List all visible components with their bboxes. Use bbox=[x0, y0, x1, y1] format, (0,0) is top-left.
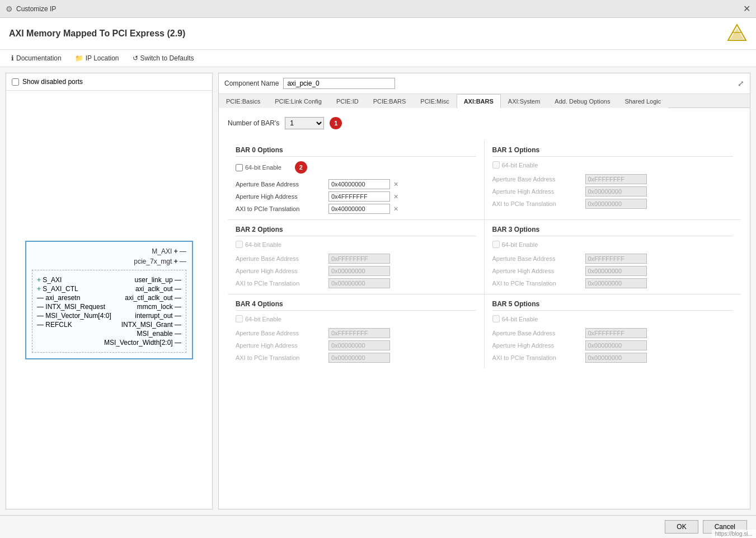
port-row-msi-vector-num: — MSI_Vector_Num[4:0] interrupt_out — bbox=[37, 312, 181, 320]
left-panel-header: Show disabled ports bbox=[6, 73, 212, 91]
tab-pcie-id[interactable]: PCIE:ID bbox=[329, 94, 366, 108]
bar-2-aperture-base-input bbox=[328, 254, 390, 264]
bar-2-title: BAR 2 Options bbox=[236, 226, 476, 236]
bar-0-axi-pcie-row: AXI to PCIe Translation ✕ bbox=[236, 204, 476, 214]
badge-1: 1 bbox=[330, 117, 342, 129]
show-disabled-ports-label[interactable]: Show disabled ports bbox=[12, 78, 206, 86]
port-axi-aclk-out: axi_aclk_out — bbox=[135, 285, 181, 293]
bar-4-64bit-label: 64-bit Enable bbox=[245, 316, 281, 322]
bar-2-aperture-base-row: Aperture Base Address bbox=[236, 254, 476, 264]
documentation-button[interactable]: ℹ Documentation bbox=[9, 53, 64, 63]
bar-2-axi-pcie-input bbox=[328, 278, 390, 288]
port-intx-msi-grant: INTX_MSI_Grant — bbox=[121, 321, 181, 329]
bar-1-64bit-checkbox bbox=[492, 161, 500, 169]
bar-3-fields: 64-bit Enable Aperture Base Address Aper… bbox=[492, 241, 734, 288]
close-button[interactable]: ✕ bbox=[743, 3, 750, 14]
bar-0-aperture-high-clear[interactable]: ✕ bbox=[393, 193, 398, 200]
tab-axi-bars[interactable]: AXI:BARS bbox=[457, 94, 501, 108]
component-box: M_AXI + — pcie_7x_mgt + — + S_AXI user_l… bbox=[25, 241, 193, 359]
title-bar: ⚙ Customize IP ✕ bbox=[0, 0, 756, 18]
port-m-axi: M_AXI + — bbox=[152, 247, 186, 255]
content-area: Show disabled ports M_AXI + — pcie_7x_mg… bbox=[0, 67, 756, 515]
tab-pcie-link-config[interactable]: PCIE:Link Config bbox=[267, 94, 329, 108]
bar-4-axi-pcie-row: AXI to PCIe Translation bbox=[236, 353, 476, 363]
bar-0-axi-pcie-input[interactable] bbox=[328, 204, 390, 214]
bar-3-section: BAR 3 Options 64-bit Enable Aperture Bas… bbox=[485, 219, 741, 294]
port-msi-vector-num: — MSI_Vector_Num[4:0] bbox=[37, 312, 111, 320]
bar-0-aperture-high-input[interactable] bbox=[328, 191, 390, 202]
bar-3-64bit-label: 64-bit Enable bbox=[502, 241, 538, 248]
tab-add-debug-options[interactable]: Add. Debug Options bbox=[547, 94, 617, 108]
badge-2: 2 bbox=[295, 161, 307, 174]
bar-0-axi-pcie-clear[interactable]: ✕ bbox=[393, 205, 398, 213]
bar-2-axi-pcie-row: AXI to PCIe Translation bbox=[236, 278, 476, 288]
title-bar-left: ⚙ Customize IP bbox=[6, 4, 56, 13]
bar-1-axi-pcie-input bbox=[585, 199, 647, 209]
bar-5-aperture-high-row: Aperture High Address bbox=[492, 340, 734, 350]
tab-pcie-bars[interactable]: PCIE:BARS bbox=[366, 94, 414, 108]
ip-location-button[interactable]: 📁 IP Location bbox=[73, 53, 121, 63]
bar-5-64bit-row: 64-bit Enable bbox=[492, 315, 734, 322]
port-axi-aresetn: — axi_aresetn bbox=[37, 294, 80, 302]
port-pcie-7x-mgt: pcie_7x_mgt + — bbox=[134, 258, 186, 265]
expand-button[interactable]: ⤢ bbox=[738, 79, 744, 88]
tab-shared-logic[interactable]: Shared Logic bbox=[617, 94, 668, 108]
num-bars-row: Number of BAR's 123456 1 bbox=[228, 117, 741, 129]
port-row-intx: — INTX_MSI_Request mmcm_lock — bbox=[37, 303, 181, 311]
bar-0-aperture-high-row: Aperture High Address ✕ bbox=[236, 191, 476, 202]
bottom-bar: OK Cancel bbox=[0, 515, 756, 538]
xilinx-logo bbox=[727, 24, 747, 44]
bar-4-64bit-row: 64-bit Enable bbox=[236, 315, 476, 322]
bar-2-aperture-high-input bbox=[328, 266, 390, 276]
bar-1-aperture-base-row: Aperture Base Address bbox=[492, 174, 734, 184]
bar-3-aperture-base-input bbox=[585, 254, 647, 264]
ok-button[interactable]: OK bbox=[665, 520, 698, 534]
port-axi-ctl-aclk-out: axi_ctl_aclk_out — bbox=[125, 294, 181, 302]
bar-5-axi-pcie-input bbox=[585, 353, 647, 363]
component-name-row: Component Name ⤢ bbox=[219, 73, 750, 94]
bar-1-aperture-high-input bbox=[585, 186, 647, 197]
bar-5-title: BAR 5 Options bbox=[492, 300, 734, 311]
bar-4-section: BAR 4 Options 64-bit Enable Aperture Bas… bbox=[228, 294, 485, 368]
tab-pcie-basics[interactable]: PCIE:Basics bbox=[219, 94, 267, 108]
bar-1-title: BAR 1 Options bbox=[492, 146, 734, 157]
bar-3-axi-pcie-input bbox=[585, 278, 647, 288]
port-row-s-axi-ctl: + S_AXI_CTL axi_aclk_out — bbox=[37, 285, 181, 293]
show-disabled-ports-checkbox[interactable] bbox=[12, 78, 19, 86]
bar-2-aperture-high-row: Aperture High Address bbox=[236, 266, 476, 276]
bar-2-64bit-checkbox bbox=[236, 241, 243, 248]
bar-0-aperture-base-row: Aperture Base Address ✕ bbox=[236, 179, 476, 189]
app-header: AXI Memory Mapped To PCI Express (2.9) bbox=[0, 18, 756, 50]
info-icon: ℹ bbox=[11, 54, 14, 62]
bar-3-axi-pcie-row: AXI to PCIe Translation bbox=[492, 278, 734, 288]
bar-4-title: BAR 4 Options bbox=[236, 300, 476, 311]
port-msi-enable: MSI_enable — bbox=[137, 330, 181, 338]
port-refclk: — REFCLK bbox=[37, 321, 72, 329]
component-name-input[interactable] bbox=[283, 78, 395, 89]
switch-to-defaults-button[interactable]: ↺ Switch to Defaults bbox=[130, 53, 196, 63]
tab-axi-system[interactable]: AXI:System bbox=[501, 94, 547, 108]
left-panel: Show disabled ports M_AXI + — pcie_7x_mg… bbox=[6, 73, 213, 509]
refresh-icon: ↺ bbox=[133, 54, 138, 62]
bar-0-64bit-checkbox[interactable] bbox=[236, 164, 243, 171]
app-title: AXI Memory Mapped To PCI Express (2.9) bbox=[9, 29, 185, 39]
bar-4-64bit-checkbox bbox=[236, 315, 243, 322]
bar-0-64bit-row: 64-bit Enable 2 bbox=[236, 161, 476, 174]
bar-1-fields: 64-bit Enable Aperture Base Address Aper… bbox=[492, 161, 734, 209]
component-inner-box: + S_AXI user_link_up — + S_AXI_CTL axi_a… bbox=[32, 270, 186, 353]
bar-4-aperture-high-input bbox=[328, 340, 390, 350]
bar-1-64bit-label: 64-bit Enable bbox=[502, 162, 538, 169]
bar-0-title: BAR 0 Options bbox=[236, 146, 476, 157]
bar-0-aperture-base-clear[interactable]: ✕ bbox=[393, 181, 398, 188]
bar-4-axi-pcie-input bbox=[328, 353, 390, 363]
bar-0-aperture-base-input[interactable] bbox=[328, 179, 390, 189]
toolbar: ℹ Documentation 📁 IP Location ↺ Switch t… bbox=[0, 50, 756, 67]
tab-pcie-misc[interactable]: PCIE:Misc bbox=[413, 94, 456, 108]
num-bars-select[interactable]: 123456 bbox=[285, 117, 324, 129]
bar-3-aperture-high-row: Aperture High Address bbox=[492, 266, 734, 276]
port-row-axi-aresetn: — axi_aresetn axi_ctl_aclk_out — bbox=[37, 294, 181, 302]
bar-5-aperture-high-input bbox=[585, 340, 647, 350]
bar-4-fields: 64-bit Enable Aperture Base Address Aper… bbox=[236, 315, 476, 363]
bar-3-64bit-checkbox bbox=[492, 241, 500, 248]
port-mmcm-lock: mmcm_lock — bbox=[137, 303, 181, 311]
